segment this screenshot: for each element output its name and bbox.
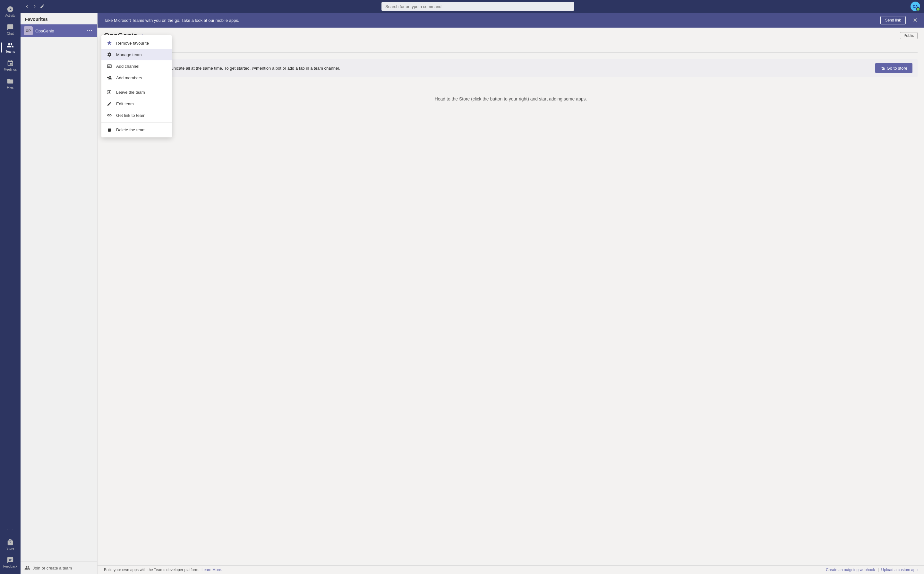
menu-item-manage-team[interactable]: Manage team bbox=[101, 49, 172, 60]
menu-item-get-link[interactable]: Get link to team bbox=[101, 109, 172, 121]
menu-item-leave-team[interactable]: Leave the team bbox=[101, 86, 172, 98]
menu-item-manage-team-label: Manage team bbox=[116, 52, 142, 57]
trash-icon bbox=[107, 127, 112, 132]
menu-item-add-members[interactable]: Add members bbox=[101, 72, 172, 84]
menu-divider-2 bbox=[101, 122, 172, 123]
add-members-icon bbox=[107, 75, 112, 80]
channel-icon bbox=[107, 63, 112, 69]
menu-item-add-members-label: Add members bbox=[116, 76, 142, 80]
star-icon bbox=[107, 40, 112, 46]
menu-item-remove-favourite[interactable]: Remove favourite bbox=[101, 37, 172, 49]
menu-item-add-channel[interactable]: Add channel bbox=[101, 60, 172, 72]
leave-icon bbox=[107, 89, 112, 95]
link-icon bbox=[107, 112, 112, 118]
menu-item-delete-team[interactable]: Delete the team bbox=[101, 124, 172, 136]
menu-item-edit-team[interactable]: Edit team bbox=[101, 98, 172, 109]
context-menu: Remove favourite Manage team Add channel… bbox=[101, 35, 172, 137]
settings-icon bbox=[107, 52, 112, 57]
menu-item-edit-team-label: Edit team bbox=[116, 101, 134, 106]
menu-item-add-channel-label: Add channel bbox=[116, 64, 139, 69]
menu-item-get-link-label: Get link to team bbox=[116, 113, 145, 118]
menu-item-delete-team-label: Delete the team bbox=[116, 128, 146, 132]
edit-icon bbox=[107, 101, 112, 107]
menu-item-remove-favourite-label: Remove favourite bbox=[116, 41, 149, 46]
menu-item-leave-team-label: Leave the team bbox=[116, 90, 145, 95]
menu-divider-1 bbox=[101, 85, 172, 85]
